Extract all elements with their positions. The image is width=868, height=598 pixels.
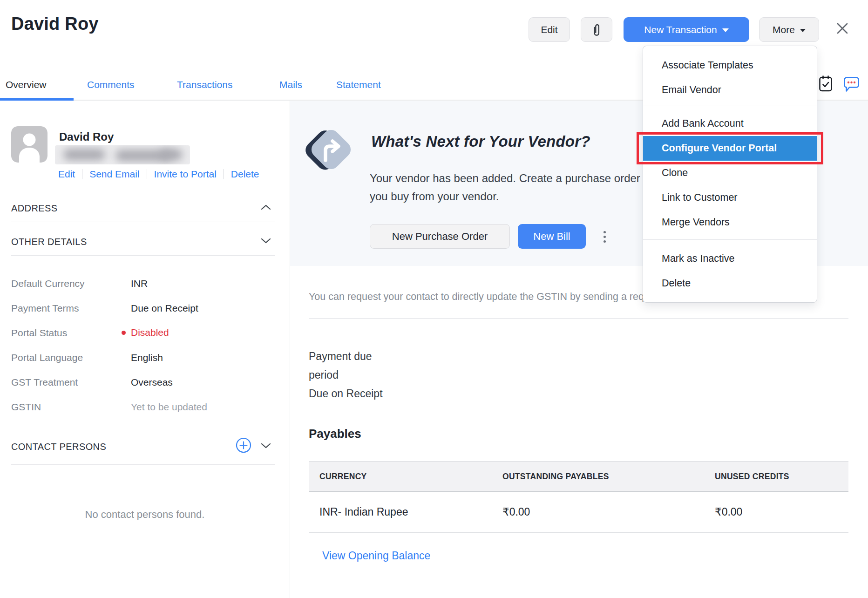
menu-item-clone[interactable]: Clone	[643, 161, 817, 185]
cell-outstanding-payables: ₹0.00	[492, 506, 704, 518]
vendor-name: David Roy	[59, 130, 114, 143]
tab-comments[interactable]: Comments	[87, 79, 135, 90]
status-badge: Disabled	[131, 327, 169, 338]
new-purchase-order-button[interactable]: New Purchase Order	[370, 224, 510, 249]
delete-link[interactable]: Delete	[231, 169, 259, 180]
divider	[11, 464, 275, 465]
edit-button-label: Edit	[541, 24, 557, 35]
contact-persons-section-header[interactable]: CONTACT PERSONS	[11, 442, 106, 452]
menu-item-mark-as-inactive[interactable]: Mark as Inactive	[643, 246, 817, 271]
other-details-list: Default Currency INR Payment Terms Due o…	[11, 278, 275, 426]
cell-unused-credits: ₹0.00	[704, 506, 848, 518]
new-bill-label: New Bill	[533, 231, 570, 243]
detail-value: English	[131, 352, 163, 362]
chevron-down-icon[interactable]	[261, 442, 271, 449]
tab-statement[interactable]: Statement	[336, 79, 381, 90]
new-transaction-label: New Transaction	[644, 24, 717, 35]
col-outstanding-payables: OUTSTANDING PAYABLES	[492, 472, 704, 482]
col-currency: CURRENCY	[309, 472, 492, 482]
chevron-up-icon[interactable]	[261, 204, 271, 211]
chevron-down-icon	[722, 28, 729, 32]
tab-mails[interactable]: Mails	[279, 79, 302, 90]
cell-currency: INR- Indian Rupee	[309, 506, 492, 518]
vendor-detail-page: David Roy Edit New Transaction More Over…	[0, 0, 868, 598]
col-unused-credits: UNUSED CREDITS	[704, 472, 848, 482]
other-details-section-header[interactable]: OTHER DETAILS	[11, 237, 87, 247]
menu-group: Mark as Inactive Delete	[643, 239, 817, 302]
paperclip-icon	[591, 22, 602, 37]
banner-heading: What's Next for Your Vendor?	[371, 133, 590, 150]
add-contact-person-icon[interactable]	[236, 437, 251, 453]
more-button-label: More	[773, 24, 795, 35]
detail-row: Payment Terms Due on Receipt	[11, 303, 275, 313]
divider	[11, 255, 275, 256]
edit-link[interactable]: Edit	[58, 169, 75, 180]
redacted-email	[55, 145, 190, 164]
payment-due-value: Due on Receipt	[309, 384, 383, 403]
detail-value: Yet to be updated	[131, 401, 207, 412]
tab-overview[interactable]: Overview	[6, 79, 47, 90]
menu-item-link-to-customer[interactable]: Link to Customer	[643, 185, 817, 210]
detail-row: Default Currency INR	[11, 278, 275, 288]
menu-group: Add Bank Account Configure Vendor Portal…	[643, 106, 817, 239]
invite-to-portal-link[interactable]: Invite to Portal	[154, 169, 217, 180]
detail-row: GST Treatment Overseas	[11, 377, 275, 387]
menu-item-add-bank-account[interactable]: Add Bank Account	[643, 111, 817, 136]
detail-row: Portal Language English	[11, 352, 275, 362]
detail-value: Due on Receipt	[131, 303, 198, 313]
detail-label: GST Treatment	[11, 377, 131, 387]
address-section-header[interactable]: ADDRESS	[11, 203, 58, 214]
payment-due-period: Payment due period Due on Receipt	[309, 347, 383, 403]
vendor-quick-links: Edit Send Email Invite to Portal Delete	[58, 169, 259, 180]
menu-group: Associate Templates Email Vendor	[643, 46, 817, 106]
detail-row: GSTIN Yet to be updated	[11, 401, 275, 412]
chevron-down-icon[interactable]	[261, 238, 271, 244]
comments-chat-icon[interactable]	[843, 75, 859, 92]
empty-contacts-message: No contact persons found.	[0, 509, 290, 521]
table-row: INR- Indian Rupee ₹0.00 ₹0.00	[309, 492, 848, 533]
tabbar-icons	[819, 75, 859, 92]
detail-row: Portal Status Disabled	[11, 327, 275, 338]
detail-label: Portal Status	[11, 327, 131, 338]
turn-right-arrow-icon	[308, 126, 354, 173]
detail-value: INR	[131, 278, 148, 288]
menu-item-merge-vendors[interactable]: Merge Vendors	[643, 210, 817, 235]
more-options-icon[interactable]	[601, 227, 608, 246]
detail-label: Default Currency	[11, 278, 131, 288]
portal-status-value: Disabled	[131, 327, 169, 338]
vendor-sidebar: David Roy Edit Send Email Invite to Port…	[0, 101, 290, 598]
menu-item-delete[interactable]: Delete	[643, 271, 817, 296]
menu-item-configure-vendor-portal[interactable]: Configure Vendor Portal	[643, 136, 817, 161]
tab-transactions[interactable]: Transactions	[177, 79, 232, 90]
payment-due-line: period	[309, 366, 383, 384]
menu-item-associate-templates[interactable]: Associate Templates	[643, 53, 817, 78]
new-purchase-order-label: New Purchase Order	[392, 231, 488, 243]
payables-heading: Payables	[309, 427, 361, 441]
send-email-link[interactable]: Send Email	[89, 169, 139, 180]
divider	[309, 318, 848, 319]
close-icon[interactable]	[834, 20, 850, 36]
detail-label: Payment Terms	[11, 303, 131, 313]
chevron-down-icon	[800, 29, 806, 32]
payables-table: CURRENCY OUTSTANDING PAYABLES UNUSED CRE…	[309, 461, 848, 533]
divider	[11, 222, 275, 222]
status-dot	[122, 331, 126, 335]
detail-label: GSTIN	[11, 401, 131, 412]
new-bill-button[interactable]: New Bill	[518, 224, 586, 249]
menu-item-email-vendor[interactable]: Email Vendor	[643, 78, 817, 102]
payables-table-header: CURRENCY OUTSTANDING PAYABLES UNUSED CRE…	[309, 461, 848, 492]
edit-button[interactable]: Edit	[529, 17, 570, 42]
detail-value: Overseas	[131, 377, 173, 387]
tasks-clipboard-icon[interactable]	[819, 75, 833, 92]
attachment-button[interactable]	[581, 17, 612, 42]
more-dropdown-menu: Associate Templates Email Vendor Add Ban…	[643, 46, 817, 303]
more-button[interactable]: More	[759, 17, 819, 42]
detail-label: Portal Language	[11, 352, 131, 362]
page-title: David Roy	[11, 14, 99, 34]
new-transaction-button[interactable]: New Transaction	[624, 17, 749, 42]
payment-due-line: Payment due	[309, 347, 383, 366]
avatar	[11, 126, 47, 163]
view-opening-balance-link[interactable]: View Opening Balance	[322, 550, 430, 562]
